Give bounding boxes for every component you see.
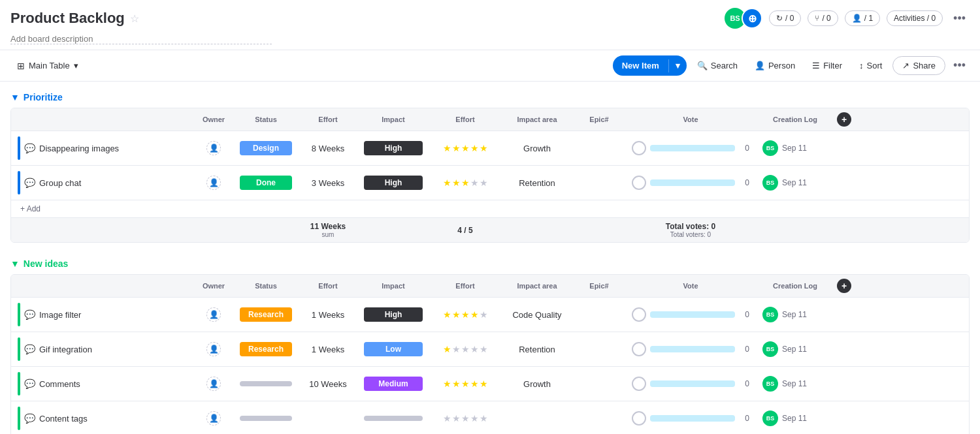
- filter-button[interactable]: ☰ Filter: [806, 57, 849, 74]
- add-cell: [834, 371, 854, 397]
- main-table-button[interactable]: ⊞ Main Table ▾: [10, 57, 85, 75]
- comment-icon[interactable]: 💬: [24, 379, 35, 389]
- filter-icon: ☰: [812, 61, 820, 70]
- summary-epic: [573, 218, 625, 242]
- stars-cell[interactable]: ★ ★ ★ ★ ★: [429, 170, 501, 196]
- col-add[interactable]: +: [834, 275, 854, 297]
- stars-cell[interactable]: ★ ★ ★ ★ ★: [429, 405, 501, 431]
- status-badge: Design: [240, 141, 292, 155]
- star-icon[interactable]: ☆: [130, 12, 139, 25]
- status-badge: Research: [240, 307, 292, 322]
- vote-circle[interactable]: [632, 377, 646, 391]
- add-column-button-new-ideas[interactable]: +: [837, 279, 851, 293]
- stars-cell[interactable]: ★ ★ ★ ★ ★: [429, 302, 501, 328]
- col-add[interactable]: +: [834, 108, 854, 131]
- summary-add: [834, 218, 854, 242]
- creation-avatar: BS: [762, 411, 778, 426]
- epic-cell: [573, 302, 625, 328]
- owner-cell[interactable]: 👤: [194, 405, 233, 431]
- table-icon: ⊞: [17, 61, 25, 71]
- person-counter[interactable]: 👤 / 1: [845, 10, 880, 26]
- impact-cell: Low: [357, 336, 429, 362]
- vote-cell: 0: [625, 405, 756, 431]
- vote-circle[interactable]: [632, 307, 646, 322]
- status-cell[interactable]: Research: [233, 302, 299, 328]
- person-button[interactable]: 👤 Person: [748, 57, 802, 74]
- group-name-new-ideas: New ideas: [24, 258, 68, 269]
- add-cell: [834, 405, 854, 431]
- vote-bar: [650, 311, 735, 318]
- summary-row-prioritize: 11 Weeks sum 4 / 5 Total votes: 0 Total …: [11, 217, 969, 242]
- summary-status: [233, 218, 299, 242]
- col-effort: Effort: [299, 108, 357, 131]
- vote-circle[interactable]: [632, 342, 646, 356]
- comment-icon[interactable]: 💬: [24, 143, 35, 153]
- status-badge: Done: [240, 176, 292, 190]
- owner-cell[interactable]: 👤: [194, 135, 233, 161]
- creation-log-cell: BS Sep 11: [756, 135, 834, 161]
- row-name: 💬 Gif integration: [11, 332, 194, 366]
- impact-area-cell: Code Quality: [501, 302, 573, 328]
- col-creation-log: Creation Log: [756, 275, 834, 297]
- vote-circle[interactable]: [632, 411, 646, 426]
- vote-bar: [650, 179, 735, 186]
- impact-badge: High: [364, 307, 423, 322]
- activities-counter[interactable]: Activities / 0: [887, 10, 943, 26]
- owner-cell[interactable]: 👤: [194, 302, 233, 328]
- new-item-arrow-icon[interactable]: ▾: [669, 55, 687, 76]
- status-cell[interactable]: Done: [233, 170, 299, 196]
- add-item-row-prioritize[interactable]: + Add: [11, 200, 969, 217]
- vote-circle[interactable]: [632, 141, 646, 155]
- stars-cell[interactable]: ★ ★ ★ ★ ★: [429, 371, 501, 397]
- person-avatar[interactable]: 👤: [206, 307, 221, 322]
- impact-cell: High: [357, 170, 429, 196]
- effort-cell: 10 Weeks: [299, 371, 357, 397]
- comment-icon[interactable]: 💬: [24, 413, 35, 424]
- status-cell[interactable]: Research: [233, 336, 299, 362]
- table-row: 💬 Group chat 👤 Done 3 Weeks High ★: [11, 166, 969, 200]
- owner-cell[interactable]: 👤: [194, 170, 233, 196]
- view-counter[interactable]: ↻ / 0: [769, 10, 801, 26]
- status-cell[interactable]: [233, 405, 299, 431]
- impact-area-cell: Retention: [501, 336, 573, 362]
- add-column-button[interactable]: +: [837, 112, 851, 127]
- comment-icon[interactable]: 💬: [24, 178, 35, 188]
- fork-counter[interactable]: ⑂ / 0: [808, 10, 838, 26]
- comment-icon[interactable]: 💬: [24, 344, 35, 354]
- row-indicator: [18, 171, 20, 194]
- person-avatar[interactable]: 👤: [206, 342, 221, 356]
- creation-log-cell: BS Sep 11: [756, 371, 834, 397]
- toolbar-more-button[interactable]: •••: [949, 56, 970, 75]
- owner-cell[interactable]: 👤: [194, 371, 233, 397]
- group-chevron-prioritize[interactable]: ▼: [10, 92, 20, 102]
- comment-icon[interactable]: 💬: [24, 309, 35, 320]
- vote-bar: [650, 346, 735, 352]
- person-avatar[interactable]: 👤: [206, 377, 221, 391]
- col-name: [11, 275, 194, 297]
- sort-button[interactable]: ↕ Sort: [853, 57, 889, 74]
- person-avatar[interactable]: 👤: [206, 176, 221, 190]
- board-more-button[interactable]: •••: [949, 9, 970, 28]
- table-row: 💬 Image filter 👤 Research 1 Weeks High: [11, 298, 969, 332]
- vote-cell: 0: [625, 302, 756, 328]
- creation-log-cell: BS Sep 11: [756, 336, 834, 362]
- share-button[interactable]: ↗ Share: [892, 56, 945, 75]
- table-row: 💬 Comments 👤 10 Weeks Medium ★: [11, 367, 969, 401]
- impact-area-cell: Growth: [501, 135, 573, 161]
- status-cell[interactable]: [233, 371, 299, 397]
- summary-stars: 4 / 5: [429, 218, 501, 242]
- new-item-button[interactable]: New Item ▾: [613, 55, 687, 76]
- board-description-input[interactable]: [10, 34, 272, 44]
- star-rating: ★ ★ ★ ★ ★: [443, 178, 488, 188]
- group-chevron-new-ideas[interactable]: ▼: [10, 258, 20, 269]
- search-button[interactable]: 🔍 Search: [691, 57, 744, 74]
- status-cell[interactable]: Design: [233, 135, 299, 161]
- col-vote: Vote: [625, 108, 756, 131]
- person-avatar[interactable]: 👤: [206, 411, 221, 426]
- col-effort2: Effort: [429, 108, 501, 131]
- vote-circle[interactable]: [632, 176, 646, 190]
- stars-cell[interactable]: ★ ★ ★ ★ ★: [429, 135, 501, 161]
- stars-cell[interactable]: ★ ★ ★ ★ ★: [429, 336, 501, 362]
- owner-cell[interactable]: 👤: [194, 336, 233, 362]
- person-avatar[interactable]: 👤: [206, 141, 221, 155]
